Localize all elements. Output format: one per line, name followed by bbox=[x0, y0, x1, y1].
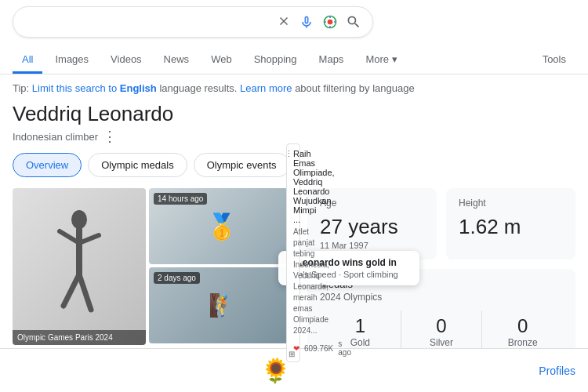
silver-label: Silver bbox=[430, 337, 453, 348]
tab-web[interactable]: Web bbox=[201, 47, 241, 74]
news-card[interactable]: Raih Emas Olimpiade, Veddriq Leonardo Wu… bbox=[286, 143, 300, 362]
silver-count: 0 bbox=[436, 315, 446, 337]
tab-images[interactable]: Images bbox=[45, 47, 98, 74]
svg-line-7 bbox=[79, 274, 91, 310]
chip-olympic-medals[interactable]: Olympic medals bbox=[88, 153, 187, 177]
gold-label: Gold bbox=[350, 337, 370, 348]
bronze-label: Bronze bbox=[508, 337, 538, 348]
svg-point-1 bbox=[328, 20, 333, 25]
chip-overview[interactable]: Overview bbox=[13, 153, 82, 177]
chip-olympic-events[interactable]: Olympic events bbox=[194, 153, 290, 177]
main-image-caption: Olympic Games Paris 2024 bbox=[13, 330, 146, 345]
tab-maps[interactable]: Maps bbox=[310, 47, 354, 74]
tab-all[interactable]: All bbox=[13, 47, 42, 74]
height-label: Height bbox=[459, 198, 563, 209]
bronze-count: 0 bbox=[517, 315, 528, 337]
top-image-time-badge: 14 hours ago bbox=[154, 193, 207, 205]
svg-line-6 bbox=[64, 274, 79, 306]
nav-tabs: All Images Videos News Web Shopping Maps… bbox=[13, 44, 575, 74]
bottom-image[interactable]: 2 days ago 🧗 bbox=[149, 267, 295, 343]
top-image[interactable]: 14 hours ago 🥇 bbox=[149, 188, 295, 264]
images-section: Olympic Games Paris 2024 14 hours ago 🥇 … bbox=[13, 188, 295, 362]
age-label: Age bbox=[320, 198, 424, 209]
silver-medal-col: 0 Silver bbox=[401, 310, 483, 353]
person-description: Indonesian climber bbox=[13, 131, 98, 143]
learn-more-link[interactable]: Learn more bbox=[240, 82, 292, 94]
gold-count: 1 bbox=[355, 315, 365, 337]
profiles-link[interactable]: Profiles bbox=[539, 365, 575, 377]
age-value: 27 years bbox=[320, 215, 424, 239]
person-name: Veddriq Leonardo bbox=[13, 102, 173, 126]
medals-year: 2024 Olympics bbox=[320, 292, 563, 303]
voice-search-button[interactable] bbox=[299, 14, 314, 30]
clear-button[interactable] bbox=[277, 15, 291, 29]
tip-bar: Tip: Limit this search to English langua… bbox=[0, 74, 588, 102]
news-more-button[interactable]: ⋮ bbox=[285, 149, 293, 159]
news-time: s ago bbox=[338, 339, 351, 357]
tab-more[interactable]: More ▾ bbox=[356, 47, 406, 74]
search-button[interactable] bbox=[346, 14, 361, 30]
main-image[interactable]: Olympic Games Paris 2024 bbox=[13, 188, 146, 345]
expand-icon[interactable]: ⊞ bbox=[289, 350, 295, 358]
tab-shopping[interactable]: Shopping bbox=[245, 47, 307, 74]
height-box: Height 1.62 m bbox=[446, 188, 575, 260]
person-more-button[interactable]: ⋮ bbox=[103, 128, 117, 145]
tab-news[interactable]: News bbox=[154, 47, 199, 74]
bottom-image-time-badge: 2 days ago bbox=[154, 272, 200, 284]
search-input[interactable]: veddriq leonardo bbox=[24, 15, 270, 29]
bronze-medal-col: 0 Bronze bbox=[482, 310, 563, 353]
limit-search-link[interactable]: Limit this search to English bbox=[32, 82, 157, 94]
news-likes: 609.76K bbox=[304, 344, 333, 353]
tab-tools[interactable]: Tools bbox=[533, 47, 575, 74]
height-value: 1.62 m bbox=[459, 215, 563, 239]
age-sub: 11 Mar 1997 bbox=[320, 241, 424, 250]
lens-search-button[interactable] bbox=[322, 14, 338, 30]
tab-videos[interactable]: Videos bbox=[101, 47, 151, 74]
search-bar[interactable]: veddriq leonardo bbox=[13, 6, 373, 38]
